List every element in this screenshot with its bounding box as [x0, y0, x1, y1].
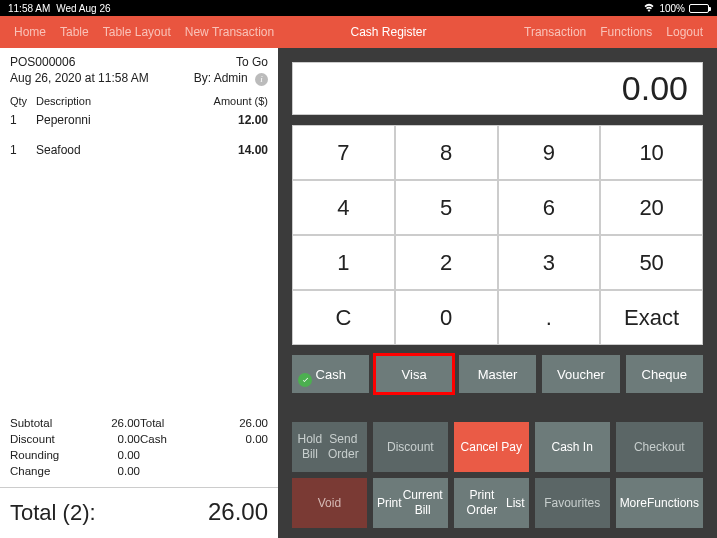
info-icon[interactable]: i [255, 73, 268, 86]
fn-discount[interactable]: Discount [373, 422, 448, 472]
fn-cash-in[interactable]: Cash In [535, 422, 610, 472]
sum-total-label: Total [140, 415, 218, 431]
sum-cash: 0.00 [218, 431, 268, 447]
receipt-pos-id: POS000006 [10, 55, 75, 69]
sum-change-label: Change [10, 463, 80, 479]
status-time: 11:58 AM [8, 3, 50, 14]
fn-hold-bill-send-order[interactable]: Hold BillSend Order [292, 422, 367, 472]
nav-table-layout[interactable]: Table Layout [103, 25, 171, 39]
col-amount: Amount ($) [214, 95, 268, 107]
key-6[interactable]: 6 [499, 181, 600, 234]
key-1[interactable]: 1 [293, 236, 394, 289]
function-grid: Hold BillSend OrderDiscountCancel PayCas… [292, 422, 703, 528]
fn-void[interactable]: Void [292, 478, 367, 528]
sum-discount: 0.00 [80, 431, 140, 447]
sum-total: 26.00 [218, 415, 268, 431]
sum-subtotal: 26.00 [80, 415, 140, 431]
fn-print-current-bill[interactable]: PrintCurrent Bill [373, 478, 448, 528]
sum-rounding: 0.00 [80, 447, 140, 463]
key-c[interactable]: C [293, 291, 394, 344]
nav-bar: HomeTableTable LayoutNew Transaction Cas… [0, 16, 717, 48]
check-icon [298, 373, 312, 387]
sum-rounding-label: Rounding [10, 447, 80, 463]
sum-subtotal-label: Subtotal [10, 415, 80, 431]
amount-display: 0.00 [292, 62, 703, 115]
receipt-panel: POS000006 To Go Aug 26, 2020 at 11:58 AM… [0, 48, 278, 538]
col-desc: Description [36, 95, 214, 107]
sum-change: 0.00 [80, 463, 140, 479]
nav-home[interactable]: Home [14, 25, 46, 39]
fn-print-order-list[interactable]: Print OrderList [454, 478, 529, 528]
nav-title: Cash Register [350, 25, 426, 39]
receipt-datetime: Aug 26, 2020 at 11:58 AM [10, 71, 149, 85]
fn-favourites[interactable]: Favourites [535, 478, 610, 528]
battery-icon [689, 4, 709, 13]
receipt-item[interactable]: 1Seafood14.00 [10, 139, 268, 169]
wifi-icon [643, 3, 655, 14]
status-bar: 11:58 AM Wed Aug 26 100% [0, 0, 717, 16]
nav-table[interactable]: Table [60, 25, 89, 39]
keypad: 789104562012350C0.Exact [292, 125, 703, 345]
key-exact[interactable]: Exact [601, 291, 702, 344]
payment-cash[interactable]: Cash [292, 355, 369, 393]
key-4[interactable]: 4 [293, 181, 394, 234]
key--[interactable]: . [499, 291, 600, 344]
payment-visa[interactable]: Visa [375, 355, 452, 393]
payment-master[interactable]: Master [459, 355, 536, 393]
key-7[interactable]: 7 [293, 126, 394, 179]
key-9[interactable]: 9 [499, 126, 600, 179]
fn-checkout[interactable]: Checkout [616, 422, 703, 472]
status-battery-pct: 100% [659, 3, 685, 14]
register-panel: 0.00 789104562012350C0.Exact CashVisaMas… [278, 48, 717, 538]
col-qty: Qty [10, 95, 36, 107]
fn-cancel-pay[interactable]: Cancel Pay [454, 422, 529, 472]
key-3[interactable]: 3 [499, 236, 600, 289]
key-0[interactable]: 0 [396, 291, 497, 344]
total-value: 26.00 [208, 498, 268, 526]
payment-voucher[interactable]: Voucher [542, 355, 619, 393]
key-10[interactable]: 10 [601, 126, 702, 179]
nav-transaction[interactable]: Transaction [524, 25, 586, 39]
fn-more-functions[interactable]: MoreFunctions [616, 478, 703, 528]
receipt-order-type: To Go [236, 55, 268, 69]
nav-functions[interactable]: Functions [600, 25, 652, 39]
receipt-item[interactable]: 1Peperonni12.00 [10, 109, 268, 139]
receipt-by: By: Admin i [194, 71, 268, 86]
total-label: Total (2): [10, 500, 96, 526]
status-date: Wed Aug 26 [56, 3, 110, 14]
payment-cheque[interactable]: Cheque [626, 355, 703, 393]
nav-new-transaction[interactable]: New Transaction [185, 25, 274, 39]
key-50[interactable]: 50 [601, 236, 702, 289]
sum-discount-label: Discount [10, 431, 80, 447]
key-5[interactable]: 5 [396, 181, 497, 234]
sum-cash-label: Cash [140, 431, 218, 447]
key-2[interactable]: 2 [396, 236, 497, 289]
key-8[interactable]: 8 [396, 126, 497, 179]
payment-row: CashVisaMasterVoucherCheque [292, 355, 703, 393]
key-20[interactable]: 20 [601, 181, 702, 234]
nav-logout[interactable]: Logout [666, 25, 703, 39]
